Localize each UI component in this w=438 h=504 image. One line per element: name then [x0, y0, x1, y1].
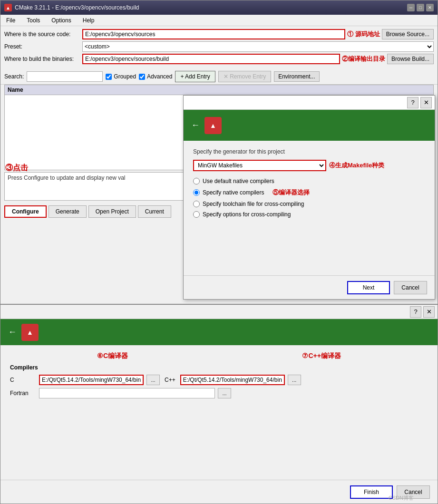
- dialog-footer: Next Cancel: [184, 275, 435, 299]
- radio-toolchain[interactable]: Specify toolchain file for cross-compili…: [193, 201, 425, 207]
- cpp-browse-button[interactable]: ...: [288, 375, 301, 385]
- cpp-label: C++: [165, 377, 175, 383]
- menu-help[interactable]: Help: [81, 16, 97, 25]
- fortran-compiler-row: Fortran ...: [10, 388, 428, 398]
- cpp-compiler-input[interactable]: [180, 375, 285, 385]
- compiler-annotations-row: ⑥C编译器 ⑦C++编译器: [10, 352, 428, 360]
- source-row: Where is the source code: ① 源码地址 Browse …: [4, 29, 434, 39]
- dialog-help-button[interactable]: ?: [407, 97, 419, 108]
- form-area: Where is the source code: ① 源码地址 Browse …: [0, 26, 438, 69]
- binaries-row: Where to build the binaries: ②编译输出目录 Bro…: [4, 54, 434, 64]
- menu-options[interactable]: Options: [49, 16, 73, 25]
- environment-button[interactable]: Environment...: [274, 71, 319, 82]
- dialog-cancel-button[interactable]: Cancel: [394, 281, 427, 294]
- radio-default-input[interactable]: [193, 178, 200, 184]
- generator-spec-text: Specify the generator for this project: [193, 148, 425, 155]
- c-label: C: [10, 377, 36, 383]
- bottom-close-button[interactable]: ✕: [423, 306, 435, 318]
- open-project-button[interactable]: Open Project: [88, 205, 136, 218]
- app-icon: ▲: [4, 4, 12, 11]
- radio-default-compilers[interactable]: Use default native compilers: [193, 178, 425, 184]
- add-entry-button[interactable]: + Add Entry: [175, 71, 215, 82]
- dialog-header: ← ▲: [184, 110, 435, 141]
- bottom-help-button[interactable]: ?: [410, 306, 421, 318]
- configure-button[interactable]: Configure: [4, 205, 47, 218]
- generator-select-wrapper: MinGW Makefiles ④生成Makefile种类: [193, 160, 425, 171]
- annotation-2: ②编译输出目录: [342, 55, 385, 63]
- back-arrow-icon[interactable]: ←: [191, 120, 200, 130]
- binaries-input[interactable]: [82, 54, 340, 64]
- compiler-section: ⑥C编译器 ⑦C++编译器 Compilers C ... C++ ... Fo…: [0, 345, 438, 408]
- advanced-checkbox-label[interactable]: Advanced: [139, 73, 172, 80]
- annotation-7: ⑦C++编译器: [302, 352, 341, 360]
- bottom-footer: Finish Cancel: [0, 480, 438, 504]
- radio-default-label: Use default native compilers: [203, 178, 274, 184]
- table-header: Name: [5, 85, 433, 95]
- fortran-label: Fortran: [10, 390, 36, 397]
- generator-dialog: ? ✕ ← ▲ Specify the generator for this p…: [183, 95, 435, 300]
- advanced-checkbox[interactable]: [139, 74, 145, 80]
- fortran-compiler-input[interactable]: [39, 388, 215, 398]
- radio-toolchain-input[interactable]: [193, 201, 200, 207]
- dialog-title-bar: ? ✕: [184, 96, 435, 110]
- grouped-checkbox[interactable]: [106, 74, 112, 80]
- csdn-watermark: CSDN博客: [389, 494, 414, 502]
- compiler-window: ← ▲ ? ✕ ⑥C编译器 ⑦C++编译器 Compilers C ... C+…: [0, 304, 438, 504]
- annotation-6: ⑥C编译器: [97, 352, 128, 360]
- advanced-label: Advanced: [147, 73, 172, 80]
- annotation-4: ④生成Makefile种类: [329, 161, 384, 170]
- status-text: Press Configure to update and display ne…: [8, 174, 125, 181]
- browse-source-button[interactable]: Browse Source...: [382, 29, 434, 39]
- radio-specify-compilers[interactable]: Specify native compilers ⑤编译器选择: [193, 188, 425, 197]
- bottom-back-arrow[interactable]: ←: [8, 327, 17, 337]
- finish-button[interactable]: Finish: [350, 485, 393, 499]
- preset-select[interactable]: <custom>: [82, 41, 434, 52]
- minimize-button[interactable]: ─: [407, 4, 415, 11]
- c-compiler-row: C ... C++ ...: [10, 375, 428, 385]
- radio-options-label: Specify options for cross-compiling: [203, 211, 291, 218]
- window-title: CMake 3.21.1 - E:/opencv3/opencv/sources…: [15, 4, 404, 11]
- radio-options-cross[interactable]: Specify options for cross-compiling: [193, 211, 425, 218]
- fortran-browse-button[interactable]: ...: [218, 388, 231, 398]
- grouped-checkbox-label[interactable]: Grouped: [106, 73, 136, 80]
- menu-bar: File Tools Options Help: [0, 15, 438, 26]
- source-input[interactable]: [82, 29, 345, 39]
- preset-row: Preset: <custom>: [4, 41, 434, 52]
- next-button[interactable]: Next: [347, 281, 390, 294]
- search-label: Search:: [4, 73, 24, 80]
- annotation-1: ① 源码地址: [347, 30, 380, 39]
- remove-entry-button[interactable]: ✕ Remove Entry: [218, 71, 271, 82]
- menu-file[interactable]: File: [4, 16, 17, 25]
- bottom-cmake-logo: ▲: [21, 324, 39, 341]
- toolbar-row: Search: Grouped Advanced + Add Entry ✕ R…: [0, 69, 438, 85]
- title-bar: ▲ CMake 3.21.1 - E:/opencv3/opencv/sourc…: [0, 0, 438, 15]
- close-button[interactable]: ✕: [426, 4, 434, 11]
- dialog-close-button[interactable]: ✕: [420, 97, 432, 108]
- current-button[interactable]: Current: [138, 205, 171, 218]
- grouped-label: Grouped: [114, 73, 136, 80]
- bottom-header: ← ▲: [0, 319, 438, 345]
- radio-specify-input[interactable]: [193, 189, 200, 196]
- preset-label: Preset:: [4, 43, 80, 50]
- c-compiler-input[interactable]: [39, 375, 144, 385]
- radio-specify-label: Specify native compilers: [203, 189, 264, 196]
- binaries-label: Where to build the binaries:: [4, 56, 80, 62]
- compiler-radio-group: Use default native compilers Specify nat…: [193, 178, 425, 218]
- c-browse-button[interactable]: ...: [146, 375, 160, 385]
- generate-button[interactable]: Generate: [49, 205, 87, 218]
- generator-select[interactable]: MinGW Makefiles: [193, 160, 326, 171]
- window-controls: ─ □ ✕: [407, 4, 434, 11]
- source-label: Where is the source code:: [4, 31, 80, 38]
- radio-options-input[interactable]: [193, 211, 200, 218]
- browse-build-button[interactable]: Browse Build...: [387, 54, 434, 64]
- menu-tools[interactable]: Tools: [25, 16, 42, 25]
- search-input[interactable]: [27, 71, 103, 82]
- radio-toolchain-label: Specify toolchain file for cross-compili…: [203, 201, 304, 207]
- cmake-logo-icon: ▲: [204, 117, 222, 134]
- compilers-heading: Compilers: [10, 364, 428, 371]
- maximize-button[interactable]: □: [417, 4, 424, 11]
- annotation-5: ⑤编译器选择: [273, 188, 310, 197]
- name-column-header: Name: [8, 87, 23, 93]
- dialog-body: Specify the generator for this project M…: [184, 141, 435, 232]
- bottom-dialog-titlebar: ? ✕: [0, 305, 438, 319]
